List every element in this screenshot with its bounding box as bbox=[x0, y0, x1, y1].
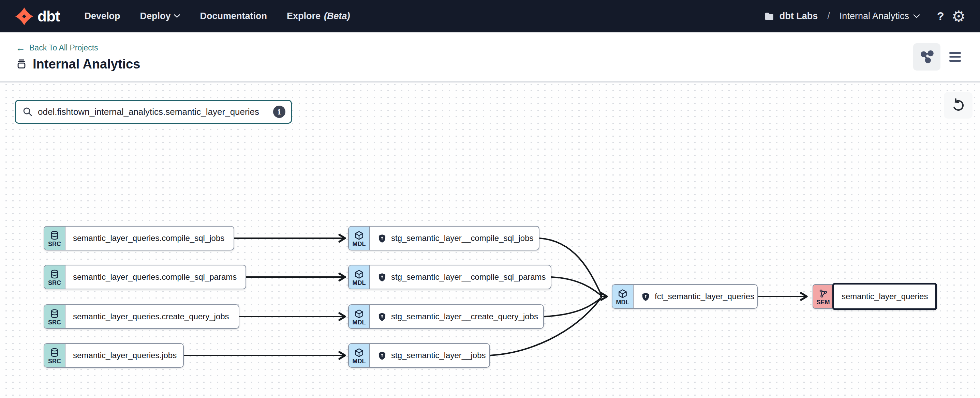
shield-lock-icon bbox=[377, 273, 387, 282]
shield-lock-icon bbox=[377, 351, 387, 360]
database-icon bbox=[49, 269, 60, 279]
hamburger-menu-button[interactable] bbox=[949, 49, 964, 64]
database-icon bbox=[49, 347, 60, 358]
chevron-down-icon bbox=[913, 14, 920, 18]
brand-text: dbt bbox=[38, 8, 60, 25]
node-sem-semantic-layer-queries[interactable]: SEM semantic_layer_queries bbox=[813, 284, 936, 309]
lineage-view-button[interactable] bbox=[913, 43, 940, 71]
database-icon bbox=[49, 230, 60, 241]
node-stg-compile-sql-jobs[interactable]: MDL stg_semantic_layer__compile_sql_jobs bbox=[348, 226, 539, 251]
nav-link-deploy[interactable]: Deploy bbox=[140, 11, 180, 21]
semantic-graph-icon bbox=[818, 289, 828, 299]
node-stg-create-query-jobs[interactable]: MDL stg_semantic_layer__create_query_job… bbox=[348, 304, 544, 329]
node-src-jobs[interactable]: SRC semantic_layer_queries.jobs bbox=[44, 343, 184, 368]
lineage-canvas[interactable]: odel.fishtown_internal_analytics.semanti… bbox=[0, 84, 980, 398]
back-to-projects-link[interactable]: ← Back To All Projects bbox=[16, 43, 140, 54]
help-button[interactable]: ? bbox=[937, 10, 944, 23]
lineage-icon bbox=[920, 50, 934, 64]
model-badge: MDL bbox=[349, 227, 370, 250]
model-badge: MDL bbox=[349, 265, 370, 289]
database-icon bbox=[49, 309, 60, 319]
node-stg-jobs[interactable]: MDL stg_semantic_layer__jobs bbox=[348, 343, 490, 368]
dbt-logo-icon bbox=[14, 6, 34, 26]
model-badge: MDL bbox=[612, 285, 633, 308]
menu-bar bbox=[949, 56, 961, 58]
node-src-create-query-jobs[interactable]: SRC semantic_layer_queries.create_query_… bbox=[44, 304, 239, 329]
model-badge: MDL bbox=[349, 305, 370, 328]
source-badge: SRC bbox=[45, 344, 65, 367]
node-stg-compile-sql-params[interactable]: MDL stg_semantic_layer__compile_sql_para… bbox=[348, 265, 551, 289]
nav-link-documentation[interactable]: Documentation bbox=[200, 11, 267, 21]
nav-link-explore[interactable]: Explore (Beta) bbox=[287, 11, 350, 21]
source-badge: SRC bbox=[45, 227, 65, 250]
menu-bar bbox=[949, 52, 961, 54]
shield-lock-icon bbox=[377, 312, 387, 321]
primary-nav: Develop Deploy Documentation Explore (Be… bbox=[84, 11, 350, 21]
settings-gear-icon[interactable]: ⚙ bbox=[952, 8, 966, 24]
nav-link-develop[interactable]: Develop bbox=[84, 11, 120, 21]
cube-icon bbox=[354, 309, 364, 319]
project-switcher[interactable]: Internal Analytics bbox=[840, 11, 920, 21]
semantic-badge: SEM bbox=[813, 284, 834, 309]
page-title: Internal Analytics bbox=[33, 57, 140, 71]
node-fct-semantic-layer-queries[interactable]: MDL fct_semantic_layer_queries bbox=[612, 284, 758, 309]
cube-icon bbox=[617, 289, 628, 299]
node-src-compile-sql-jobs[interactable]: SRC semantic_layer_queries.compile_sql_j… bbox=[44, 226, 234, 251]
cube-icon bbox=[354, 347, 364, 358]
shield-lock-icon bbox=[641, 292, 650, 301]
beta-tag: (Beta) bbox=[324, 11, 350, 21]
node-src-compile-sql-params[interactable]: SRC semantic_layer_queries.compile_sql_p… bbox=[44, 265, 246, 289]
cube-icon bbox=[354, 230, 364, 241]
account-switcher[interactable]: dbt Labs bbox=[764, 11, 818, 22]
dbt-logo[interactable]: dbt bbox=[14, 6, 60, 26]
project-header: ← Back To All Projects Internal Analytic… bbox=[0, 32, 980, 82]
breadcrumb-separator: / bbox=[827, 11, 830, 21]
top-navbar: dbt Develop Deploy Documentation Explore bbox=[0, 0, 980, 32]
shield-lock-icon bbox=[377, 234, 387, 243]
source-badge: SRC bbox=[45, 305, 65, 328]
project-icon bbox=[16, 58, 27, 70]
chevron-down-icon bbox=[174, 14, 180, 18]
model-badge: MDL bbox=[349, 344, 370, 367]
source-badge: SRC bbox=[45, 265, 65, 289]
selected-node-body: semantic_layer_queries bbox=[832, 283, 937, 310]
folder-icon bbox=[764, 11, 775, 22]
left-arrow-icon: ← bbox=[16, 43, 25, 54]
dbt-cloud-app: dbt Develop Deploy Documentation Explore bbox=[0, 0, 980, 398]
cube-icon bbox=[354, 269, 364, 279]
menu-bar bbox=[949, 60, 961, 62]
